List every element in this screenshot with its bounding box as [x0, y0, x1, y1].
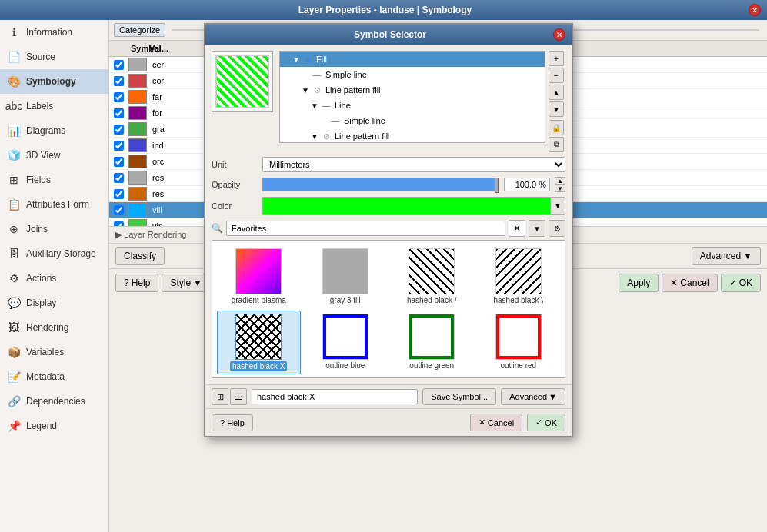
- checkbox-input[interactable]: [114, 125, 124, 135]
- checkbox-input[interactable]: [114, 60, 124, 70]
- row-checkbox[interactable]: [109, 139, 128, 152]
- sidebar-item-metadata[interactable]: 📝 Metadata: [0, 364, 108, 389]
- grid-view-button[interactable]: ⊞: [212, 388, 228, 405]
- duplicate-button[interactable]: ⧉: [549, 137, 564, 152]
- symbol-item-outline-red[interactable]: outline red: [477, 311, 561, 374]
- legend-icon: 📌: [6, 418, 22, 434]
- sidebar-item-joins[interactable]: ⊕ Joins: [0, 217, 108, 241]
- sidebar-item-variables[interactable]: 📦 Variables: [0, 340, 108, 364]
- unit-select[interactable]: Millimeters Points Pixels: [262, 157, 565, 172]
- sidebar-item-actions[interactable]: ⚙ Actions: [0, 266, 108, 291]
- opacity-input[interactable]: [504, 178, 550, 191]
- symbol-item-gradient-plasma[interactable]: gradient plasma: [217, 245, 301, 308]
- lock-button[interactable]: 🔒: [549, 120, 564, 135]
- symbol-tree[interactable]: ▼ ■ Fill — Simple line ▼: [279, 51, 545, 143]
- row-checkbox[interactable]: [109, 171, 128, 185]
- gray-fill-thumb: [323, 249, 368, 294]
- save-symbol-button[interactable]: Save Symbol...: [422, 388, 496, 405]
- dialog-close-button[interactable]: ✕: [553, 28, 565, 41]
- sidebar-item-diagrams[interactable]: 📊 Diagrams: [0, 118, 108, 143]
- tree-item-fill[interactable]: ▼ ■ Fill: [280, 52, 545, 67]
- window-close-button[interactable]: ✕: [749, 4, 761, 16]
- symbol-item-hashed-black-bwd[interactable]: hashed black \: [477, 245, 561, 308]
- advanced-arrow-icon: ▼: [549, 392, 557, 401]
- row-checkbox[interactable]: [109, 123, 128, 136]
- opacity-slider[interactable]: [262, 178, 499, 191]
- row-checkbox[interactable]: [109, 204, 128, 217]
- tree-item-line-pattern-fill-1[interactable]: ▼ ⊘ Line pattern fill: [280, 82, 545, 98]
- checkbox-input[interactable]: [114, 92, 124, 102]
- advanced-button[interactable]: Advanced ▼: [501, 388, 565, 405]
- dialog-title-bar: Symbol Selector ✕: [205, 25, 572, 45]
- sidebar-item-display[interactable]: 💬 Display: [0, 291, 108, 315]
- checkbox-input[interactable]: [114, 173, 124, 183]
- dialog-help-button[interactable]: ? Help: [212, 414, 253, 431]
- tree-item-simple-line-1[interactable]: — Simple line: [280, 67, 545, 82]
- sidebar-item-information[interactable]: ℹ Information: [0, 20, 108, 45]
- ok-button[interactable]: ✓ OK: [721, 274, 761, 292]
- opacity-thumb[interactable]: [495, 178, 499, 193]
- categorize-button[interactable]: Categorize: [114, 23, 165, 37]
- symbol-item-outline-green[interactable]: outline green: [390, 311, 474, 374]
- sidebar-item-rendering[interactable]: 🖼 Rendering: [0, 315, 108, 340]
- list-view-button[interactable]: ☰: [230, 388, 247, 405]
- sidebar-item-label: Information: [26, 27, 72, 38]
- favorites-search-input[interactable]: [226, 221, 505, 236]
- row-checkbox[interactable]: [109, 220, 128, 227]
- sidebar-item-fields[interactable]: ⊞ Fields: [0, 168, 108, 192]
- row-checkbox[interactable]: [109, 188, 128, 201]
- symbol-item-hashed-black-fwd[interactable]: hashed black /: [390, 245, 474, 308]
- classify-advanced-button[interactable]: Advanced ▼: [692, 247, 761, 265]
- checkbox-input[interactable]: [114, 108, 124, 118]
- row-color-swatch: [128, 171, 147, 185]
- sidebar-item-symbology[interactable]: 🎨 Symbology: [0, 69, 108, 94]
- sidebar-item-attributes-form[interactable]: 📋 Attributes Form: [0, 192, 108, 217]
- 3dview-icon: 🧊: [6, 148, 22, 163]
- favorites-dropdown-button[interactable]: ▼: [529, 220, 545, 237]
- color-control: ▼: [262, 197, 565, 215]
- help-button[interactable]: ? Help: [115, 274, 158, 292]
- simple-line-icon: —: [311, 68, 323, 81]
- dialog-cancel-button[interactable]: ✕ Cancel: [470, 414, 522, 431]
- sidebar-item-label: Actions: [26, 273, 56, 284]
- opacity-down-button[interactable]: ▼: [555, 185, 565, 192]
- checkbox-input[interactable]: [114, 76, 124, 86]
- line-pattern-fill-2-icon: ⊘: [320, 130, 332, 142]
- favorites-options-button[interactable]: ⚙: [549, 220, 565, 237]
- dialog-ok-button[interactable]: ✓ OK: [527, 414, 565, 431]
- remove-layer-button[interactable]: −: [549, 68, 564, 83]
- row-checkbox[interactable]: [109, 75, 128, 88]
- move-down-button[interactable]: ▼: [549, 101, 564, 117]
- classify-button[interactable]: Classify: [115, 247, 165, 265]
- sidebar-item-source[interactable]: 📄 Source: [0, 45, 108, 69]
- sidebar-item-auxiliary-storage[interactable]: 🗄 Auxiliary Storage: [0, 241, 108, 266]
- checkbox-input[interactable]: [114, 205, 124, 215]
- sidebar-item-3dview[interactable]: 🧊 3D View: [0, 143, 108, 168]
- sidebar-item-labels[interactable]: abc Labels: [0, 94, 108, 118]
- help-icon: ?: [124, 278, 129, 288]
- symbol-item-gray-3-fill[interactable]: gray 3 fill: [304, 245, 388, 308]
- row-checkbox[interactable]: [109, 155, 128, 168]
- current-symbol-name-input[interactable]: [252, 389, 418, 404]
- tree-item-simple-line-2[interactable]: — Simple line: [280, 113, 545, 128]
- checkbox-input[interactable]: [114, 157, 124, 167]
- symbol-item-hashed-black-x[interactable]: hashed black X: [217, 311, 301, 374]
- sidebar-item-dependencies[interactable]: 🔗 Dependencies: [0, 389, 108, 414]
- checkbox-input[interactable]: [114, 189, 124, 199]
- row-checkbox[interactable]: [109, 58, 128, 71]
- cancel-button[interactable]: ✕ Cancel: [662, 274, 717, 292]
- move-up-button[interactable]: ▲: [549, 85, 564, 100]
- color-dropdown-button[interactable]: ▼: [550, 197, 565, 215]
- checkbox-input[interactable]: [114, 141, 124, 151]
- apply-button[interactable]: Apply: [619, 274, 659, 292]
- sidebar-item-legend[interactable]: 📌 Legend: [0, 414, 108, 438]
- opacity-up-button[interactable]: ▲: [555, 177, 565, 185]
- tree-item-line[interactable]: ▼ — Line: [280, 98, 545, 113]
- row-checkbox[interactable]: [109, 91, 128, 104]
- clear-search-button[interactable]: ✕: [509, 220, 525, 237]
- tree-item-line-pattern-fill-2[interactable]: ▼ ⊘ Line pattern fill: [280, 128, 545, 143]
- row-checkbox[interactable]: [109, 107, 128, 120]
- color-swatch[interactable]: [262, 197, 550, 215]
- add-layer-button[interactable]: +: [549, 51, 564, 66]
- symbol-item-outline-blue[interactable]: outline blue: [304, 311, 388, 374]
